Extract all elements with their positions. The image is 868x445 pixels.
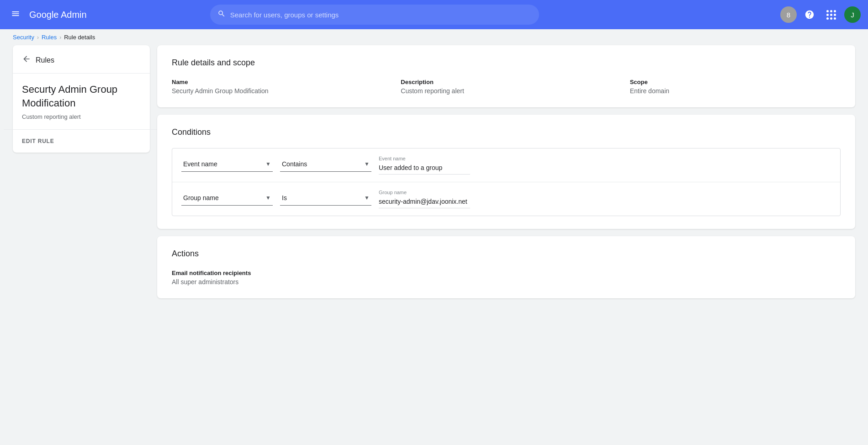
apps-grid-icon[interactable] [822, 5, 841, 24]
condition-2-field-arrow-icon: ▼ [265, 195, 271, 201]
notifications-badge[interactable]: 8 [780, 6, 797, 23]
condition-1-field-arrow-icon: ▼ [265, 161, 271, 167]
rule-detail-scope: Scope Entire domain [630, 79, 841, 95]
condition-2-value-label: Group name [379, 190, 470, 195]
back-arrow-icon [22, 54, 31, 66]
condition-1-operator-arrow-icon: ▼ [364, 161, 370, 167]
hamburger-menu-icon[interactable] [7, 5, 24, 24]
topnav-actions: 8 J [780, 5, 861, 24]
condition-row-1: Event name ▼ Contains ▼ Event name User … [172, 148, 840, 182]
actions-card: Actions Email notification recipients Al… [157, 236, 855, 298]
condition-2-operator-value: Is [282, 194, 287, 201]
main-layout: Rules Securty Admin Group Modification C… [0, 45, 868, 311]
condition-1-value-field: User added to a group [379, 162, 470, 175]
right-content: Rule details and scope Name Securty Admi… [157, 45, 855, 298]
email-recipients-value: All super administrators [172, 278, 841, 286]
left-panel: Rules Securty Admin Group Modification C… [13, 45, 150, 153]
conditions-card: Conditions Event name ▼ Contains ▼ Event… [157, 115, 855, 229]
rule-details-row: Name Securty Admin Group Modification De… [172, 79, 841, 95]
description-value: Custom reporting alert [401, 87, 611, 95]
condition-1-field-select[interactable]: Event name ▼ [181, 159, 273, 172]
condition-1-value-group: Event name User added to a group [379, 156, 470, 175]
logo-text: Google Admin [29, 10, 87, 20]
condition-1-operator-select[interactable]: Contains ▼ [280, 159, 371, 172]
condition-1-value-label: Event name [379, 156, 470, 161]
condition-2-value-group: Group name security-admin@jdav.joonix.ne… [379, 190, 470, 208]
email-recipients-label: Email notification recipients [172, 270, 841, 276]
topnav: Google Admin 8 J [0, 0, 868, 29]
conditions-container: Event name ▼ Contains ▼ Event name User … [172, 148, 841, 216]
left-panel-back-button[interactable]: Rules [13, 45, 150, 74]
scope-value: Entire domain [630, 87, 841, 95]
condition-1-field-value: Event name [183, 160, 217, 168]
condition-row-2: Group name ▼ Is ▼ Group name security-ad… [172, 182, 840, 216]
edit-rule-button[interactable]: EDIT RULE [13, 130, 150, 153]
search-bar[interactable] [210, 5, 539, 25]
actions-title: Actions [172, 249, 841, 259]
condition-2-field-select[interactable]: Group name ▼ [181, 192, 273, 206]
condition-2-operator-select[interactable]: Is ▼ [280, 192, 371, 206]
rule-details-title: Rule details and scope [172, 58, 841, 68]
search-input[interactable] [230, 11, 532, 19]
breadcrumb-sep-1: › [37, 34, 39, 41]
app-logo: Google Admin [29, 10, 87, 20]
condition-2-operator-arrow-icon: ▼ [364, 195, 370, 201]
rule-details-card: Rule details and scope Name Securty Admi… [157, 45, 855, 107]
breadcrumb-current: Rule details [64, 34, 95, 41]
left-panel-body: Securty Admin Group Modification Custom … [13, 74, 150, 120]
search-icon [217, 10, 226, 20]
rule-description: Custom reporting alert [22, 113, 141, 120]
description-label: Description [401, 79, 611, 85]
help-icon[interactable] [800, 5, 819, 24]
breadcrumb-security[interactable]: Security [13, 34, 34, 41]
user-avatar[interactable]: J [844, 6, 861, 23]
condition-1-operator-value: Contains [282, 160, 307, 168]
rule-detail-name: Name Securty Admin Group Modification [172, 79, 382, 95]
scope-label: Scope [630, 79, 841, 85]
left-panel-title: Rules [36, 56, 54, 64]
condition-2-field-value: Group name [183, 194, 219, 201]
grid-dots [826, 10, 836, 20]
breadcrumb-rules[interactable]: Rules [42, 34, 57, 41]
name-label: Name [172, 79, 382, 85]
breadcrumb: Security › Rules › Rule details [0, 29, 868, 45]
name-value: Securty Admin Group Modification [172, 87, 382, 95]
rule-name: Securty Admin Group Modification [22, 83, 141, 110]
conditions-title: Conditions [172, 127, 841, 137]
condition-2-value-field: security-admin@jdav.joonix.net [379, 196, 470, 208]
rule-detail-description: Description Custom reporting alert [401, 79, 611, 95]
breadcrumb-sep-2: › [59, 34, 61, 41]
